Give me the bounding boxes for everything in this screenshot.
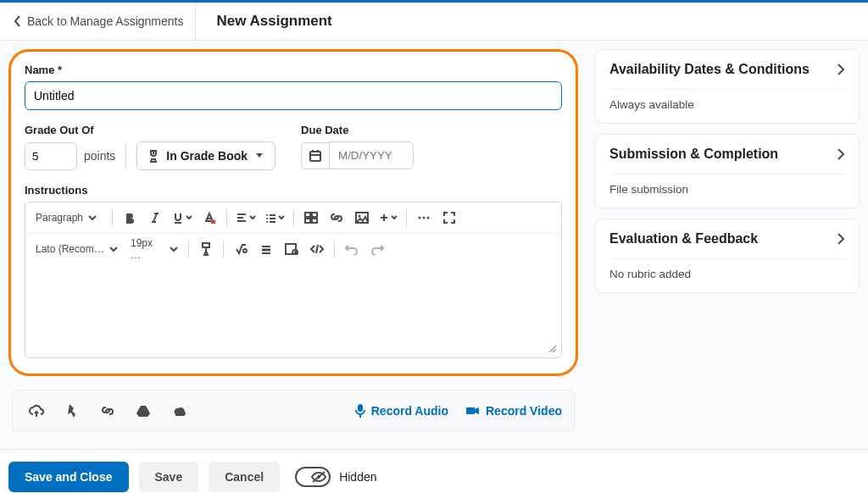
svg-rect-8 bbox=[312, 219, 317, 223]
svg-rect-1 bbox=[211, 220, 215, 224]
underline-button[interactable] bbox=[169, 206, 196, 230]
highlighted-form-area: Name * Grade Out Of points In Grade Book bbox=[8, 49, 578, 376]
eye-off-icon bbox=[310, 470, 327, 484]
list-button[interactable] bbox=[261, 206, 288, 230]
undo-button[interactable] bbox=[340, 237, 364, 261]
attachment-bar: Record Audio Record Video bbox=[12, 390, 575, 432]
resize-handle-icon[interactable] bbox=[546, 342, 558, 354]
save-button[interactable]: Save bbox=[139, 462, 199, 492]
name-label: Name * bbox=[25, 64, 562, 76]
calendar-icon bbox=[309, 149, 322, 163]
panel-submission-header[interactable]: Submission & Completion bbox=[609, 147, 845, 162]
equation-button[interactable] bbox=[229, 237, 253, 261]
panel-submission: Submission & Completion File submission bbox=[595, 134, 860, 208]
cancel-button[interactable]: Cancel bbox=[209, 462, 280, 492]
chevron-right-icon bbox=[837, 64, 845, 75]
chevron-down-icon bbox=[109, 245, 118, 253]
block-format-select[interactable]: Paragraph bbox=[31, 206, 107, 230]
svg-rect-18 bbox=[358, 404, 363, 412]
svg-point-3 bbox=[266, 218, 268, 219]
points-label: points bbox=[84, 149, 115, 163]
panel-evaluation-header[interactable]: Evaluation & Feedback bbox=[609, 231, 845, 246]
trophy-icon bbox=[147, 149, 159, 163]
svg-rect-5 bbox=[305, 213, 310, 217]
name-input[interactable] bbox=[25, 81, 562, 110]
svg-rect-7 bbox=[305, 219, 310, 223]
svg-rect-0 bbox=[310, 152, 320, 161]
panel-evaluation: Evaluation & Feedback No rubric added bbox=[595, 219, 860, 293]
font-family-select[interactable]: Lato (Recom… bbox=[31, 237, 124, 261]
horizontal-rule-button[interactable] bbox=[254, 237, 278, 261]
footer-bar: Save and Close Save Cancel Hidden bbox=[0, 450, 868, 493]
redo-button[interactable] bbox=[365, 237, 389, 261]
chevron-down-icon bbox=[88, 213, 97, 222]
top-bar: Back to Manage Assignments New Assignmen… bbox=[0, 0, 868, 41]
rich-text-editor: Paragraph bbox=[25, 202, 562, 358]
svg-point-11 bbox=[419, 217, 421, 219]
left-column: Name * Grade Out Of points In Grade Book bbox=[8, 49, 578, 432]
more-actions-button[interactable] bbox=[412, 206, 436, 230]
svg-point-13 bbox=[427, 217, 430, 219]
insert-link-button[interactable] bbox=[325, 206, 348, 230]
visibility-toggle[interactable] bbox=[295, 467, 331, 487]
grade-label: Grade Out Of bbox=[25, 124, 275, 136]
chevron-down-icon bbox=[254, 152, 264, 160]
save-and-close-button[interactable]: Save and Close bbox=[8, 462, 129, 492]
chevron-down-icon bbox=[186, 214, 192, 221]
main-content: Name * Grade Out Of points In Grade Book bbox=[0, 41, 868, 450]
instructions-label: Instructions bbox=[25, 184, 562, 197]
svg-point-2 bbox=[266, 214, 268, 216]
back-label: Back to Manage Assignments bbox=[27, 14, 183, 28]
accessibility-check-button[interactable] bbox=[280, 237, 303, 261]
back-link[interactable]: Back to Manage Assignments bbox=[10, 3, 196, 40]
quicklink-button[interactable] bbox=[60, 399, 84, 423]
page-title: New Assignment bbox=[196, 13, 331, 30]
record-video-button[interactable]: Record Video bbox=[465, 403, 562, 418]
fullscreen-button[interactable] bbox=[437, 206, 461, 230]
chevron-down-icon bbox=[249, 214, 256, 221]
font-size-select[interactable]: 19px … bbox=[125, 237, 183, 261]
panel-availability-header[interactable]: Availability Dates & Conditions bbox=[609, 62, 845, 77]
panel-submission-subtitle: File submission bbox=[609, 183, 845, 196]
insert-stuff-button[interactable] bbox=[299, 206, 323, 230]
panel-availability-subtitle: Always available bbox=[609, 98, 845, 111]
chevron-right-icon bbox=[837, 148, 845, 160]
bold-button[interactable] bbox=[118, 206, 142, 230]
insert-more-button[interactable] bbox=[376, 206, 401, 230]
text-color-button[interactable] bbox=[198, 206, 221, 230]
panel-availability: Availability Dates & Conditions Always a… bbox=[595, 49, 860, 124]
editor-content-area[interactable] bbox=[25, 264, 561, 357]
svg-rect-14 bbox=[203, 243, 209, 247]
panel-evaluation-subtitle: No rubric added bbox=[609, 268, 845, 280]
gradebook-dropdown[interactable]: In Grade Book bbox=[136, 141, 275, 170]
chevron-down-icon bbox=[391, 214, 398, 221]
chevron-right-icon bbox=[837, 233, 845, 245]
italic-button[interactable] bbox=[143, 206, 167, 230]
onedrive-button[interactable] bbox=[167, 399, 191, 423]
due-date-label: Due Date bbox=[301, 124, 414, 136]
separator bbox=[125, 144, 126, 168]
svg-point-4 bbox=[266, 221, 268, 223]
editor-toolbar-row-2: Lato (Recom… 19px … bbox=[25, 234, 561, 264]
align-button[interactable] bbox=[232, 206, 259, 230]
insert-image-button[interactable] bbox=[350, 206, 374, 230]
grade-input[interactable] bbox=[25, 142, 77, 170]
due-date-input[interactable] bbox=[329, 141, 414, 169]
editor-toolbar-row-1: Paragraph bbox=[25, 202, 561, 234]
microphone-icon bbox=[354, 403, 366, 418]
svg-point-10 bbox=[359, 215, 361, 218]
google-drive-button[interactable] bbox=[131, 399, 155, 423]
svg-point-12 bbox=[423, 217, 426, 219]
svg-point-15 bbox=[243, 249, 247, 252]
visibility-label: Hidden bbox=[339, 470, 376, 484]
upload-cloud-button[interactable] bbox=[25, 399, 48, 423]
format-painter-button[interactable] bbox=[194, 237, 218, 261]
calendar-button[interactable] bbox=[301, 142, 329, 169]
record-audio-button[interactable]: Record Audio bbox=[354, 403, 448, 418]
svg-rect-6 bbox=[312, 213, 317, 217]
source-code-button[interactable] bbox=[305, 237, 329, 261]
attach-link-button[interactable] bbox=[96, 399, 120, 423]
video-camera-icon bbox=[465, 405, 481, 417]
chevron-down-icon bbox=[170, 245, 178, 253]
chevron-left-icon bbox=[14, 15, 22, 27]
